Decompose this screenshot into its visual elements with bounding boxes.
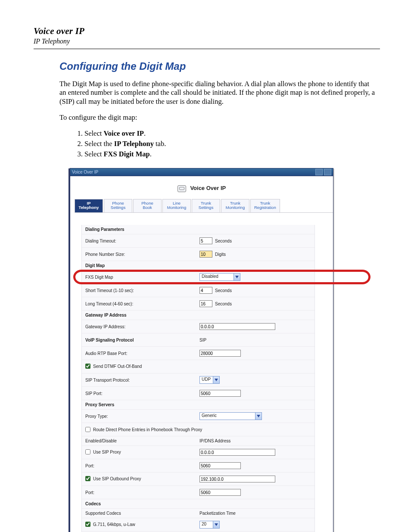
checkbox-send-dtmf-input[interactable] bbox=[85, 364, 90, 369]
input-long-timeout[interactable] bbox=[199, 300, 212, 307]
checkbox-route-direct[interactable]: Route Direct Phone Entries in Phonebook … bbox=[85, 427, 202, 432]
suffix-seconds-2: Seconds bbox=[215, 288, 232, 293]
tab-phone-book[interactable]: PhoneBook bbox=[133, 199, 162, 213]
input-short-timeout[interactable] bbox=[199, 287, 212, 294]
lbl-short-timeout: Short Timeout (1-10 sec): bbox=[85, 288, 199, 293]
select-proxy-type[interactable]: Generic bbox=[199, 412, 262, 420]
input-sip-port[interactable] bbox=[199, 390, 241, 397]
tab-trunk-registration[interactable]: TrunkRegistration bbox=[250, 199, 280, 213]
input-sip-proxy-port[interactable] bbox=[199, 462, 241, 469]
doc-header-title: Voice over IP bbox=[34, 26, 380, 37]
doc-header-rule bbox=[34, 49, 380, 49]
win-icon-a[interactable] bbox=[315, 169, 323, 175]
step-1-pre: Select bbox=[84, 129, 103, 137]
section-title: Configuring the Digit Map bbox=[59, 60, 380, 72]
row-outbound-proxy: Use SIP Outbound Proxy bbox=[82, 472, 314, 485]
window-controls bbox=[315, 169, 331, 175]
lbl-port-2: Port: bbox=[85, 490, 199, 495]
tab-line-monitoring[interactable]: LineMonitoring bbox=[162, 199, 191, 213]
lbl-proxy-type: Proxy Type: bbox=[85, 414, 199, 419]
row-outbound-port: Port: bbox=[82, 485, 314, 499]
lbl-port-1: Port: bbox=[85, 464, 199, 468]
chevron-down-icon bbox=[234, 274, 240, 280]
row-send-dtmf: Send DTMF Out-Of-Band bbox=[82, 360, 314, 373]
checkbox-codec-g711u-input[interactable] bbox=[85, 522, 90, 527]
lbl-codec-g711u: G.711, 64kbps, u-Law bbox=[93, 522, 135, 527]
tab-ip-telephony[interactable]: IPTelephony bbox=[75, 199, 103, 213]
step-1: Select Voice over IP. bbox=[84, 129, 380, 138]
col-enable-disable: Enabled/Disable bbox=[85, 439, 199, 443]
select-fxs-digitmap[interactable]: Disabled bbox=[199, 273, 240, 281]
row-phone-size: Phone Number Size: Digits bbox=[82, 247, 314, 261]
instruction-lead: To configure the digit map: bbox=[59, 113, 376, 122]
lbl-long-timeout: Long Timeout (4-60 sec): bbox=[85, 302, 199, 306]
tab-trunk-settings[interactable]: TrunkSettings bbox=[192, 199, 220, 213]
row-sip-proxy: Use SIP Proxy bbox=[82, 445, 314, 459]
input-dial-timeout[interactable] bbox=[199, 237, 212, 244]
step-3-bold: FXS Digit Map bbox=[103, 150, 149, 158]
win-icon-b[interactable] bbox=[324, 169, 331, 175]
input-outbound-ip[interactable] bbox=[199, 476, 275, 482]
doc-header-subtitle: IP Telephony bbox=[34, 37, 380, 45]
step-2-post: tab. bbox=[154, 140, 166, 148]
lbl-sip-transport: SIP Transport Protocol: bbox=[85, 378, 199, 383]
row-rtp-base-port: Audio RTP Base Port: bbox=[82, 346, 314, 360]
checkbox-route-direct-input[interactable] bbox=[85, 427, 90, 432]
section-dialing: Dialing Parameters bbox=[82, 225, 314, 234]
suffix-digits: Digits bbox=[215, 252, 226, 257]
suffix-seconds-3: Seconds bbox=[215, 302, 232, 306]
row-sip-port: SIP Port: bbox=[82, 386, 314, 400]
input-rtp-base-port[interactable] bbox=[199, 350, 241, 357]
lbl-fxs-digitmap: FXS Digit Map bbox=[85, 275, 199, 280]
form-panel: Dialing Parameters Dialing Timeout: Seco… bbox=[81, 225, 315, 532]
col-pkt-time: Packetization Time bbox=[199, 511, 311, 516]
lbl-route-direct: Route Direct Phone Entries in Phonebook … bbox=[93, 427, 202, 432]
section-codecs: Codecs bbox=[82, 499, 314, 508]
app-screenshot: Voice Over IP Voice Over IP IPTelephonyP… bbox=[70, 168, 333, 532]
tab-phone-settings[interactable]: PhoneSettings bbox=[104, 199, 132, 213]
lbl-sip-port: SIP Port: bbox=[85, 391, 199, 396]
lbl-dial-timeout: Dialing Timeout: bbox=[85, 239, 199, 243]
steps-list: Select Voice over IP. Select the IP Tele… bbox=[59, 129, 380, 159]
checkbox-use-outbound-proxy[interactable]: Use SIP Outbound Proxy bbox=[85, 476, 141, 481]
input-gateway-ip[interactable] bbox=[199, 323, 275, 330]
section-digitmap: Digit Map bbox=[82, 261, 314, 270]
row-route-direct: Route Direct Phone Entries in Phonebook … bbox=[82, 423, 314, 436]
step-3: Select FXS Digit Map. bbox=[84, 150, 380, 159]
input-outbound-port[interactable] bbox=[199, 489, 241, 496]
checkbox-use-sip-proxy[interactable]: Use SIP Proxy bbox=[85, 449, 121, 454]
tab-trunk-monitoring[interactable]: TrunkMonitoring bbox=[221, 199, 249, 213]
app-page-title: Voice Over IP bbox=[70, 176, 333, 199]
checkbox-send-dtmf[interactable]: Send DTMF Out-Of-Band bbox=[85, 364, 142, 369]
section-proxy: Proxy Servers bbox=[82, 400, 314, 409]
select-pkt-g711u[interactable]: 20 bbox=[199, 521, 220, 529]
input-sip-proxy-ip[interactable] bbox=[199, 449, 275, 456]
checkbox-use-outbound-proxy-input[interactable] bbox=[85, 476, 90, 481]
step-2-pre: Select the bbox=[84, 140, 114, 148]
step-1-post: . bbox=[144, 129, 146, 137]
step-1-bold: Voice over IP bbox=[103, 129, 143, 137]
select-sip-transport-value: UDP bbox=[200, 376, 213, 383]
col-ip-dns: IP/DNS Address bbox=[199, 439, 311, 443]
step-3-post: . bbox=[150, 150, 152, 158]
col-supported-codecs: Supported Codecs bbox=[85, 511, 199, 516]
row-voip-proto-head: VoIP Signaling Protocol SIP bbox=[82, 333, 314, 346]
row-ed-head: Enabled/Disable IP/DNS Address bbox=[82, 436, 314, 445]
suffix-seconds: Seconds bbox=[215, 239, 232, 243]
window-title-bar[interactable]: Voice Over IP bbox=[70, 168, 333, 176]
checkbox-codec-g711u[interactable]: G.711, 64kbps, u-Law bbox=[85, 522, 135, 527]
input-phone-size[interactable] bbox=[199, 251, 212, 258]
checkbox-use-sip-proxy-input[interactable] bbox=[85, 449, 90, 454]
select-sip-transport[interactable]: UDP bbox=[199, 376, 220, 384]
row-short-timeout: Short Timeout (1-10 sec): Seconds bbox=[82, 283, 314, 297]
row-long-timeout: Long Timeout (4-60 sec): Seconds bbox=[82, 297, 314, 310]
lbl-use-sip-proxy: Use SIP Proxy bbox=[93, 450, 121, 454]
row-sip-transport: SIP Transport Protocol: UDP bbox=[82, 373, 314, 386]
row-sip-proxy-port: Port: bbox=[82, 459, 314, 472]
step-2-bold: IP Telephony bbox=[114, 140, 154, 148]
lbl-phone-size: Phone Number Size: bbox=[85, 252, 199, 257]
row-codecs-head: Supported Codecs Packetization Time bbox=[82, 508, 314, 518]
select-pkt-g711u-value: 20 bbox=[200, 521, 213, 528]
lbl-send-dtmf: Send DTMF Out-Of-Band bbox=[93, 364, 142, 369]
value-sip: SIP bbox=[199, 338, 311, 342]
